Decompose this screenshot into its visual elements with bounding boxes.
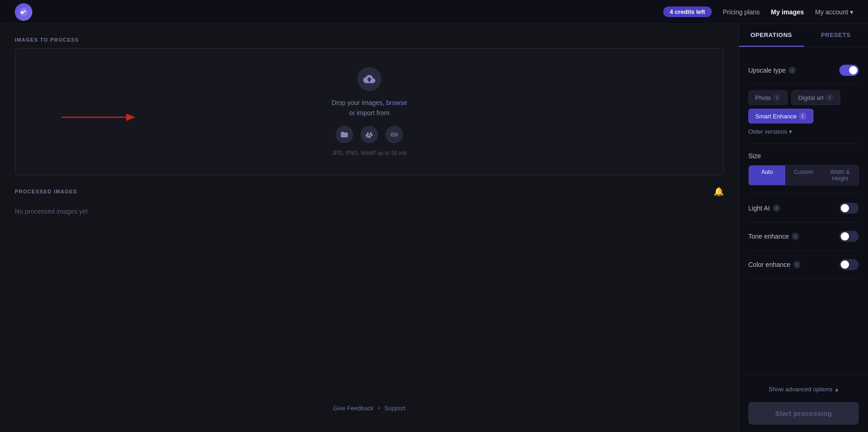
url-import-btn[interactable] [385,126,403,143]
chevron-down-icon: ▾ [850,8,853,16]
light-ai-row: Light AI i [748,194,859,222]
upscale-type-label: Upscale type i [748,67,796,74]
main-layout: IMAGES TO PROCESS Drop your images, [0,24,868,432]
tab-operations[interactable]: OPERATIONS [739,24,804,47]
show-advanced-label: Show advanced options [769,386,832,393]
images-to-process-section: IMAGES TO PROCESS Drop your images, [15,37,724,175]
color-enhance-toggle[interactable] [839,259,859,270]
tone-enhance-toggle[interactable] [839,231,859,242]
images-section-title: IMAGES TO PROCESS [15,37,724,43]
upscale-type-info-icon[interactable]: i [789,67,796,74]
right-sidebar: OPERATIONS PRESETS Upscale type i Photo … [739,24,868,432]
upscale-type-toggle[interactable] [839,65,859,76]
tone-enhance-label: Tone enhance i [748,233,799,240]
chevron-up-icon: ▴ [835,386,838,393]
size-label: Size [748,152,859,160]
cloud-upload-icon [363,73,375,85]
upscale-smart-enhance-btn[interactable]: Smart Enhance i [748,109,813,123]
chevron-down-icon: ▾ [789,128,792,135]
start-processing-button[interactable]: Start processing [748,402,859,425]
digital-art-info-icon[interactable]: i [826,94,833,101]
older-versions-row: Older versions ▾ [748,123,859,144]
color-enhance-info-icon[interactable]: i [793,261,801,268]
size-width-height-btn[interactable]: Width & Height [822,166,858,185]
size-section: Size Auto Custom Width & Height [748,144,859,194]
tab-presets[interactable]: PRESETS [804,24,868,47]
my-account-menu[interactable]: My account ▾ [815,8,853,16]
size-custom-btn[interactable]: Custom [785,166,822,185]
upscale-smart-enhance-label: Smart Enhance [755,113,797,120]
browse-link[interactable]: browse [386,99,407,106]
header-nav: 4 credits left Pricing plans My images M… [663,6,853,17]
header: 4 credits left Pricing plans My images M… [0,0,868,24]
logo [15,3,32,21]
upload-cloud-icon [357,67,381,91]
light-ai-label: Light AI i [748,204,780,212]
logo-bubble [15,3,32,21]
upscale-type-options: Photo i Digital art i Smart Enhance i [748,85,859,123]
upscale-photo-label: Photo [755,94,771,101]
credits-badge: 4 credits left [663,6,712,17]
upload-dropzone[interactable]: Drop your images, browse or import from [15,48,724,175]
sidebar-content: Upscale type i Photo i Digital art i Sma… [739,47,868,374]
sidebar-bottom: Show advanced options ▴ Start processing [739,374,868,432]
sidebar-tabs: OPERATIONS PRESETS [739,24,868,47]
upscale-photo-btn[interactable]: Photo i [748,90,788,105]
give-feedback-link[interactable]: Give Feedback [333,405,373,412]
smart-enhance-info-icon[interactable]: i [799,112,807,120]
my-images-link[interactable]: My images [771,8,804,16]
logo-icon [18,7,29,17]
processed-section-title: PROCESSED IMAGES [15,189,77,194]
show-advanced-btn[interactable]: Show advanced options ▴ [748,382,859,396]
svg-marker-4 [126,114,135,121]
size-options: Auto Custom Width & Height [748,165,859,185]
tone-enhance-info-icon[interactable]: i [792,233,799,240]
upscale-type-row: Upscale type i [748,56,859,85]
older-versions-btn[interactable]: Older versions ▾ [748,128,859,135]
svg-point-1 [21,11,24,13]
color-enhance-label: Color enhance i [748,261,801,268]
upload-formats-text: JPG, PNG, WebP up to 50 mb [332,150,407,156]
photo-info-icon[interactable]: i [773,94,781,101]
upscale-digital-art-btn[interactable]: Digital art i [791,90,840,105]
upload-source-icons [336,126,403,143]
processed-header: PROCESSED IMAGES 🔔 [15,186,724,197]
folder-upload-btn[interactable] [336,126,353,143]
size-auto-btn[interactable]: Auto [749,166,785,185]
footer-separator: • [378,405,380,412]
google-drive-btn[interactable] [361,126,378,143]
pricing-plans-link[interactable]: Pricing plans [723,8,760,16]
support-link[interactable]: Support [385,405,406,412]
upload-text: Drop your images, browse or import from [331,98,407,118]
processed-images-section: PROCESSED IMAGES 🔔 No processed images y… [15,186,724,386]
footer-links: Give Feedback • Support [15,397,724,419]
upscale-digital-art-label: Digital art [798,94,824,101]
color-enhance-row: Color enhance i [748,251,859,279]
light-ai-toggle[interactable] [839,203,859,214]
light-ai-info-icon[interactable]: i [773,204,780,212]
my-account-label: My account [815,8,848,16]
no-images-text: No processed images yet [15,202,724,221]
older-versions-label: Older versions [748,128,787,135]
bell-icon[interactable]: 🔔 [714,186,724,197]
left-panel: IMAGES TO PROCESS Drop your images, [0,24,739,432]
tone-enhance-row: Tone enhance i [748,222,859,251]
arrow-indicator [61,108,135,128]
svg-point-2 [24,10,26,12]
